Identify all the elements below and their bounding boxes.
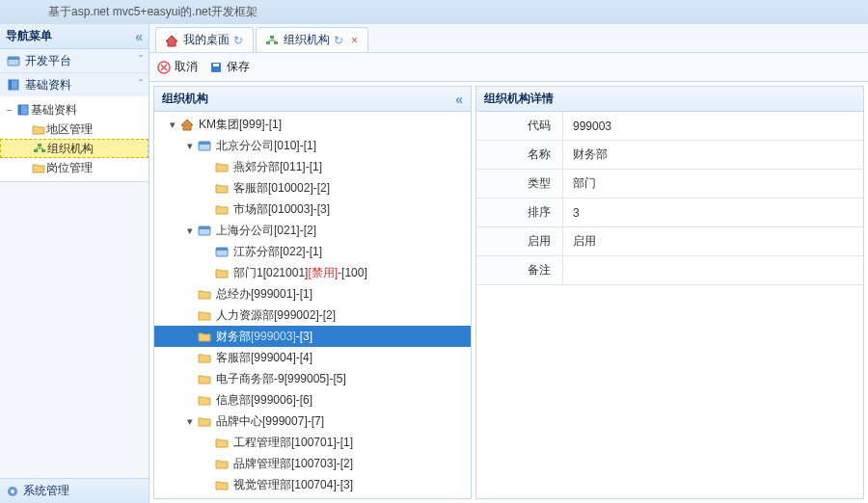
nav-section[interactable]: 开发平台ˇ: [0, 49, 149, 72]
tree-node[interactable]: 江苏分部[022]-[1]: [154, 241, 471, 262]
org-tree: ▾KM集团[999]-[1]▾北京分公司[010]-[1]燕郊分部[011]-[…: [154, 112, 471, 498]
tree-node[interactable]: 燕郊分部[011]-[1]: [154, 156, 471, 177]
tree-label: KM集团[999]-[1]: [199, 117, 282, 133]
main: 我的桌面↻组织机构↻× 取消 保存 组织机构 « ▾KM集团[999]-[1]▾…: [149, 24, 868, 503]
svg-point-12: [11, 490, 14, 493]
tree-label-gray: [999003]: [251, 330, 296, 343]
nav-tree-item[interactable]: 组织机构: [0, 139, 149, 158]
tree-node[interactable]: 客服部[010002]-[2]: [154, 177, 471, 199]
save-icon: [209, 61, 223, 74]
tree-label: 部门1[021001]: [233, 265, 308, 281]
toggle-icon[interactable]: ▾: [183, 415, 197, 428]
form-row: 类型部门: [476, 170, 863, 199]
svg-rect-16: [274, 41, 278, 44]
form-row: 排序3: [476, 199, 863, 227]
detail-panel: 组织机构详情 代码999003名称财务部类型部门排序3启用启用备注: [475, 86, 864, 499]
tree-node[interactable]: 工程管理部[100701]-[1]: [154, 432, 471, 453]
cancel-label: 取消: [175, 59, 198, 75]
nav-tree-label: 地区管理: [46, 121, 93, 138]
close-icon[interactable]: ×: [351, 34, 358, 47]
cancel-icon: [157, 61, 171, 74]
collapse-icon[interactable]: «: [455, 92, 463, 107]
tree-label: 品牌管理部[100703]-[2]: [233, 456, 353, 472]
tab[interactable]: 我的桌面↻: [155, 27, 254, 52]
gear-icon: [6, 485, 19, 498]
tree-label: 上海分公司[021]-[2]: [216, 223, 316, 239]
tree-node[interactable]: 信息部[999006]-[6]: [154, 389, 471, 410]
tree-node[interactable]: 市场部[010003]-[3]: [154, 199, 471, 220]
tree-label: 市场部[010003]-[3]: [233, 201, 330, 218]
svg-rect-7: [34, 149, 38, 152]
tree-node[interactable]: ▾上海分公司[021]-[2]: [154, 220, 471, 241]
save-button[interactable]: 保存: [209, 59, 250, 75]
refresh-icon[interactable]: ↻: [233, 34, 243, 47]
tree-label: 财务部: [216, 329, 251, 345]
save-label: 保存: [227, 59, 250, 75]
tree-node[interactable]: 视觉管理部[100704]-[3]: [154, 474, 471, 495]
chevron-icon: ˇ: [139, 54, 143, 67]
disabled-badge: [禁用]: [308, 265, 338, 281]
nav-tree-item[interactable]: 岗位管理: [0, 158, 149, 177]
form-value[interactable]: 3: [563, 199, 863, 226]
tree-label: 江苏分部[022]-[1]: [233, 244, 322, 260]
tree-label: 北京分公司[010]-[1]: [216, 138, 316, 154]
collapse-icon[interactable]: «: [135, 29, 143, 44]
tree-node[interactable]: 财务部[999003]-[3]: [154, 326, 471, 347]
nav-panel: 导航菜单 « 开发平台ˇ基础资料ˆ−基础资料地区管理组织机构岗位管理 系统管理: [0, 24, 149, 503]
toggle-icon[interactable]: ▾: [166, 119, 179, 131]
svg-rect-8: [41, 149, 45, 152]
svg-rect-30: [216, 248, 228, 251]
tree-label: 客服部[999004]-[4]: [216, 350, 312, 366]
detail-header: 组织机构详情: [476, 87, 863, 112]
form-value[interactable]: 启用: [563, 227, 863, 255]
svg-marker-24: [181, 119, 193, 130]
tree-label: 燕郊分部[011]-[1]: [233, 159, 322, 175]
refresh-icon[interactable]: ↻: [334, 34, 343, 47]
tree-node[interactable]: ▾KM集团[999]-[1]: [154, 114, 471, 135]
tree-node[interactable]: 客服部[999004]-[4]: [154, 347, 471, 368]
tree-label: 人力资源部[999002]-[2]: [216, 307, 336, 324]
tree-node[interactable]: 部门1[021001][禁用]-[100]: [154, 262, 471, 283]
tree-node[interactable]: ▾品牌中心[999007]-[7]: [154, 410, 471, 432]
tree-panel-title: 组织机构: [162, 91, 208, 107]
tree-node[interactable]: 总经办[999001]-[1]: [154, 283, 471, 304]
form-label: 名称: [476, 141, 563, 169]
nav-footer[interactable]: 系统管理: [0, 478, 149, 503]
toolbar: 取消 保存: [149, 53, 868, 82]
detail-form: 代码999003名称财务部类型部门排序3启用启用备注: [476, 112, 863, 498]
form-label: 类型: [476, 170, 563, 198]
chevron-icon: ˆ: [139, 78, 143, 92]
form-row: 名称财务部: [476, 141, 863, 170]
nav-tree-item[interactable]: 地区管理: [0, 119, 149, 139]
nav-tree-label: 组织机构: [47, 141, 94, 157]
svg-rect-5: [18, 105, 21, 115]
tree-label-suffix: -[100]: [338, 266, 367, 279]
svg-rect-28: [199, 226, 210, 229]
nav-tree-label: 岗位管理: [46, 160, 93, 176]
tree-label: 电子商务部-9[999005]-[5]: [216, 371, 346, 387]
form-label: 启用: [476, 227, 563, 255]
tab-bar: 我的桌面↻组织机构↻×: [149, 24, 868, 53]
org-tree-panel: 组织机构 « ▾KM集团[999]-[1]▾北京分公司[010]-[1]燕郊分部…: [153, 86, 472, 499]
nav-section[interactable]: 基础资料ˆ: [0, 73, 149, 96]
form-value[interactable]: 财务部: [563, 141, 863, 169]
svg-rect-1: [8, 57, 19, 60]
tree-node[interactable]: 人力资源部[999002]-[2]: [154, 304, 471, 326]
cancel-button[interactable]: 取消: [157, 59, 198, 75]
form-value[interactable]: 999003: [563, 112, 863, 140]
tree-node[interactable]: ▾北京分公司[010]-[1]: [154, 135, 471, 156]
nav-header: 导航菜单 «: [0, 24, 149, 49]
form-value[interactable]: [563, 256, 863, 284]
form-value[interactable]: 部门: [563, 170, 863, 198]
svg-rect-14: [270, 36, 274, 39]
nav-tree-root[interactable]: −基础资料: [0, 100, 149, 119]
tab[interactable]: 组织机构↻×: [256, 27, 368, 52]
tab-label: 我的桌面: [183, 32, 230, 48]
tree-label: 视觉管理部[100704]-[3]: [233, 477, 353, 493]
toggle-icon[interactable]: ▾: [183, 140, 197, 152]
tree-node[interactable]: 电子商务部-9[999005]-[5]: [154, 368, 471, 389]
svg-rect-15: [266, 41, 270, 44]
tree-panel-header: 组织机构 «: [154, 87, 471, 112]
tree-node[interactable]: 品牌管理部[100703]-[2]: [154, 453, 471, 474]
toggle-icon[interactable]: ▾: [183, 225, 197, 237]
